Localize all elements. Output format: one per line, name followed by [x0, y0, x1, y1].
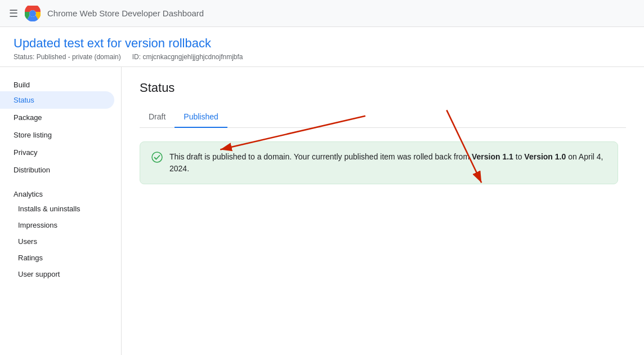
banner-version-to: Version 1.0: [524, 152, 566, 161]
sidebar: Build Status Package Store listing Priva…: [0, 67, 122, 355]
topbar: ☰ Chrome Web Store Developer Dashboard: [0, 0, 644, 27]
sidebar-item-package[interactable]: Package: [0, 109, 114, 126]
banner-to-text: to: [513, 152, 524, 161]
section-title: Status: [140, 81, 626, 95]
sidebar-item-status[interactable]: Status: [0, 91, 114, 109]
layout: Build Status Package Store listing Priva…: [0, 67, 644, 355]
menu-icon[interactable]: ☰: [9, 7, 18, 20]
topbar-app-name: Chrome Web Store: [47, 8, 119, 18]
page-meta: Status: Published - private (domain) ID:…: [14, 53, 630, 61]
sidebar-item-users[interactable]: Users: [0, 233, 121, 250]
extension-id: ID: cmjcnkacgngjehljjghjcdnojfnmjbfa: [132, 53, 243, 61]
tab-published[interactable]: Published: [175, 106, 227, 128]
success-icon: [151, 152, 163, 163]
sidebar-item-installs[interactable]: Installs & uninstalls: [0, 201, 121, 217]
banner-message: This draft is published to a domain. You…: [169, 151, 606, 175]
tab-draft[interactable]: Draft: [140, 106, 175, 128]
svg-point-1: [30, 11, 35, 16]
build-section-label: Build: [0, 76, 121, 91]
sidebar-item-distribution[interactable]: Distribution: [0, 161, 114, 179]
page-title: Updated test ext for version rollback: [14, 36, 630, 51]
banner-version-from: Version 1.1: [472, 152, 513, 161]
main-content: Status Draft Published This draft is pub…: [122, 67, 644, 355]
sidebar-item-ratings[interactable]: Ratings: [0, 250, 121, 266]
sidebar-item-privacy[interactable]: Privacy: [0, 144, 114, 161]
analytics-section-label: Analytics: [0, 185, 121, 201]
status-text: Status: Published - private (domain): [14, 53, 121, 61]
status-banner: This draft is published to a domain. You…: [140, 141, 618, 184]
topbar-subtitle: Developer Dashboard: [119, 8, 204, 18]
page-header: Updated test ext for version rollback St…: [0, 27, 644, 67]
chrome-logo: [25, 6, 41, 21]
banner-text-start: This draft is published to a domain. You…: [169, 152, 472, 161]
svg-point-2: [152, 152, 162, 162]
topbar-title: Chrome Web Store Developer Dashboard: [47, 8, 204, 18]
sidebar-item-store-listing[interactable]: Store listing: [0, 126, 114, 144]
sidebar-item-user-support[interactable]: User support: [0, 266, 121, 282]
tabs: Draft Published: [140, 106, 626, 128]
sidebar-item-impressions[interactable]: Impressions: [0, 217, 121, 233]
